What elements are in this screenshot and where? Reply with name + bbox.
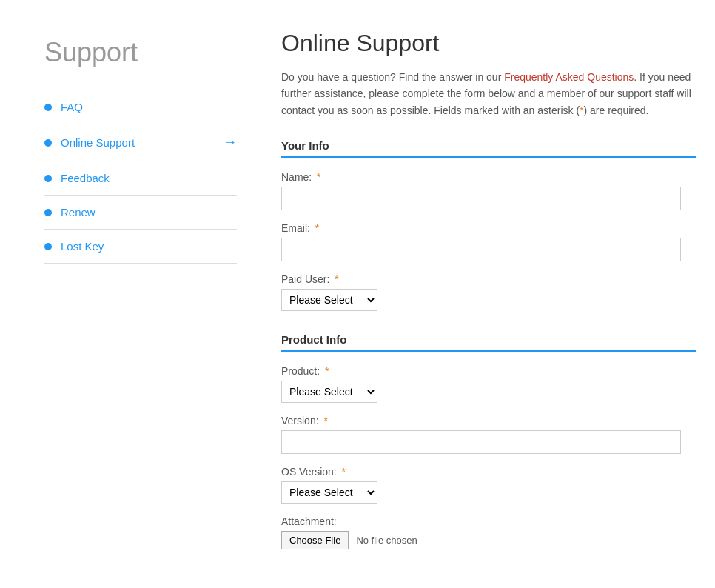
file-input-row: Choose File No file chosen — [281, 531, 696, 549]
lost-key-dot — [44, 243, 52, 250]
product-label: Product: * — [281, 365, 696, 377]
sidebar-item-lost-key[interactable]: Lost Key — [44, 230, 237, 264]
sidebar-item-label: Online Support — [61, 136, 218, 149]
your-info-section: Your Info Name: * Email: * Paid User: * — [281, 139, 696, 311]
email-field: Email: * — [281, 222, 696, 261]
paid-user-select[interactable]: Please Select — [281, 289, 377, 311]
your-info-header: Your Info — [281, 139, 696, 158]
sidebar: Support FAQ Online Support → Feedback Re… — [44, 30, 237, 572]
online-support-dot — [44, 139, 52, 147]
version-field: Version: * — [281, 415, 696, 454]
email-label: Email: * — [281, 222, 696, 234]
product-select[interactable]: Please Select — [281, 381, 377, 403]
paid-user-field: Paid User: * Please Select — [281, 273, 696, 311]
os-version-label: OS Version: * — [281, 466, 696, 478]
renew-dot — [44, 209, 52, 216]
attachment-label: Attachment: — [281, 515, 696, 527]
sidebar-item-renew[interactable]: Renew — [44, 196, 237, 230]
product-info-header: Product Info — [281, 333, 696, 352]
sidebar-item-feedback[interactable]: Feedback — [44, 161, 237, 196]
email-input[interactable] — [281, 238, 681, 261]
faq-dot — [44, 104, 52, 111]
paid-user-required-star: * — [332, 273, 338, 285]
product-info-section: Product Info Product: * Please Select Ve… — [281, 333, 696, 549]
main-content: Online Support Do you have a question? F… — [237, 30, 696, 572]
email-required-star: * — [312, 222, 319, 234]
sidebar-item-label: Renew — [61, 206, 237, 218]
product-required-star: * — [322, 365, 329, 377]
version-required-star: * — [321, 415, 328, 427]
name-label: Name: * — [281, 171, 696, 183]
intro-text: Do you have a question? Find the answer … — [281, 69, 696, 118]
sidebar-item-online-support[interactable]: Online Support → — [44, 124, 237, 161]
sidebar-item-label: FAQ — [61, 101, 237, 113]
name-required-star: * — [314, 171, 320, 183]
os-version-required-star: * — [339, 466, 346, 478]
paid-user-label: Paid User: * — [281, 273, 696, 285]
faq-link[interactable]: Frequently Asked Questions — [504, 71, 634, 83]
sidebar-item-label: Feedback — [61, 172, 237, 184]
os-version-field: OS Version: * Please Select — [281, 466, 696, 504]
choose-file-button[interactable]: Choose File — [281, 531, 349, 549]
sidebar-item-faq[interactable]: FAQ — [44, 90, 237, 124]
version-input[interactable] — [281, 430, 681, 454]
attachment-field: Attachment: Choose File No file chosen — [281, 515, 696, 549]
os-version-select[interactable]: Please Select — [281, 481, 377, 504]
name-input[interactable] — [281, 187, 681, 210]
arrow-right-icon: → — [224, 135, 237, 150]
feedback-dot — [44, 175, 52, 182]
sidebar-item-label: Lost Key — [61, 240, 237, 253]
page-title: Online Support — [281, 30, 696, 57]
sidebar-title: Support — [44, 37, 237, 68]
version-label: Version: * — [281, 415, 696, 427]
no-file-text: No file chosen — [356, 535, 417, 546]
intro-part3: ) are required. — [584, 104, 649, 116]
product-field: Product: * Please Select — [281, 365, 696, 403]
name-field: Name: * — [281, 171, 696, 210]
intro-part1: Do you have a question? Find the answer … — [281, 71, 504, 83]
